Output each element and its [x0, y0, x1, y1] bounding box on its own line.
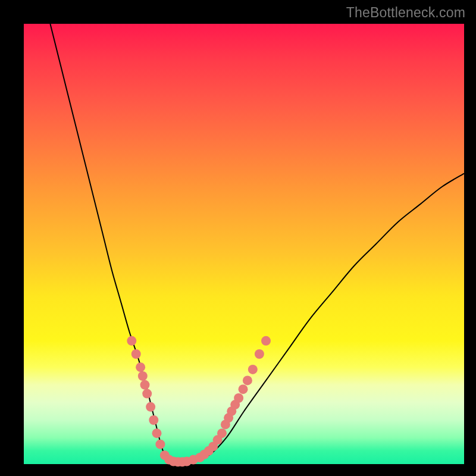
chart-svg: [24, 24, 464, 464]
data-marker: [131, 349, 141, 359]
plot-area: [24, 24, 464, 464]
data-marker: [239, 384, 248, 394]
data-marker: [255, 349, 264, 359]
bottleneck-curve-path: [50, 24, 464, 462]
data-marker: [140, 380, 150, 390]
data-marker: [261, 336, 271, 346]
data-marker: [146, 402, 155, 412]
data-marker: [155, 440, 165, 449]
data-marker: [142, 389, 152, 399]
data-marker: [248, 365, 258, 374]
marker-group: [127, 336, 271, 467]
chart-frame: TheBottleneck.com: [0, 0, 476, 476]
data-marker: [217, 428, 227, 438]
data-marker: [136, 362, 145, 372]
data-marker: [138, 371, 148, 381]
data-marker: [243, 375, 252, 385]
data-marker: [127, 336, 136, 346]
data-marker: [152, 428, 161, 438]
data-marker: [234, 393, 243, 403]
watermark-text: TheBottleneck.com: [346, 5, 465, 21]
data-marker: [149, 415, 158, 425]
